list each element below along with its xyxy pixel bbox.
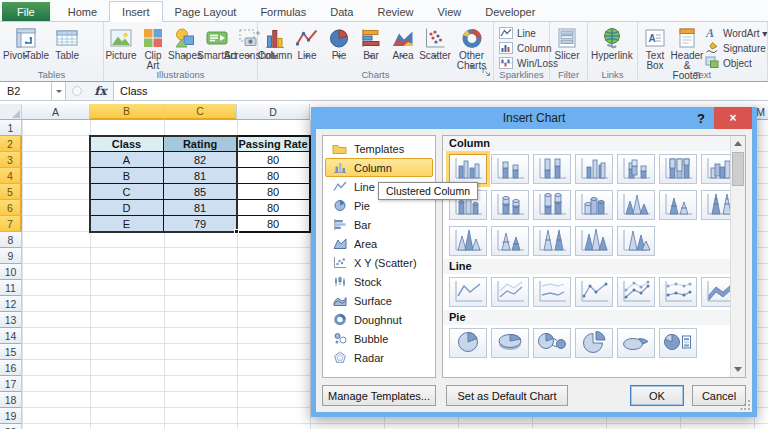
- cell-D4[interactable]: 80: [237, 168, 310, 184]
- chart-thumb-line100m[interactable]: [659, 277, 697, 307]
- chart-thumb-linem[interactable]: [575, 277, 613, 307]
- ribbon-button-text-box[interactable]: AText Box: [639, 24, 671, 71]
- row-header-13[interactable]: 13: [0, 312, 22, 328]
- dialog-titlebar[interactable]: Insert Chart ? ×: [316, 107, 752, 129]
- resize-grip-icon[interactable]: [740, 398, 752, 412]
- ribbon-button-area[interactable]: Area: [387, 24, 419, 66]
- chart-thumb-pyrs[interactable]: [491, 226, 529, 256]
- ok-button[interactable]: OK: [630, 385, 684, 406]
- ribbon-button-signature-line[interactable]: Signature Line ▾: [705, 41, 768, 56]
- chart-thumb-cols3[interactable]: [617, 154, 655, 184]
- help-button[interactable]: ?: [688, 111, 714, 126]
- close-button[interactable]: ×: [714, 107, 752, 129]
- ribbon-button-picture[interactable]: Picture: [105, 24, 137, 61]
- cancel-button[interactable]: Cancel: [692, 385, 746, 406]
- set-default-chart-button[interactable]: Set as Default Chart: [446, 385, 568, 406]
- row-header-12[interactable]: 12: [0, 296, 22, 312]
- chart-type-column[interactable]: Column: [325, 158, 433, 177]
- chart-type-radar[interactable]: Radar: [325, 348, 433, 367]
- cell-C7[interactable]: 79: [164, 216, 237, 232]
- row-header-6[interactable]: 6: [0, 200, 22, 216]
- ribbon-tab-developer[interactable]: Developer: [473, 2, 547, 21]
- manage-templates-button[interactable]: Manage Templates...: [322, 385, 436, 406]
- cell-B6[interactable]: D: [90, 200, 164, 216]
- insert-function-button[interactable]: fx: [88, 82, 114, 100]
- chart-thumb-col100[interactable]: [533, 154, 571, 184]
- row-header-20[interactable]: 20: [0, 424, 22, 429]
- ribbon-button-bar[interactable]: Bar: [355, 24, 387, 66]
- row-header-5[interactable]: 5: [0, 184, 22, 200]
- cell-D5[interactable]: 80: [237, 184, 310, 200]
- cell-C2[interactable]: Rating: [164, 136, 237, 152]
- ribbon-tab-data[interactable]: Data: [318, 2, 365, 21]
- row-header-1[interactable]: 1: [0, 120, 22, 136]
- row-header-9[interactable]: 9: [0, 248, 22, 264]
- chart-thumb-cones[interactable]: [659, 190, 697, 220]
- ribbon-tab-page-layout[interactable]: Page Layout: [163, 2, 249, 21]
- row-header-18[interactable]: 18: [0, 392, 22, 408]
- cell-D6[interactable]: 80: [237, 200, 310, 216]
- ribbon-button-pivottable[interactable]: PivotTable: [1, 24, 51, 66]
- cell-B5[interactable]: C: [90, 184, 164, 200]
- chart-type-doughnut[interactable]: Doughnut: [325, 310, 433, 329]
- chart-thumb-pyr3[interactable]: [575, 226, 613, 256]
- formula-input[interactable]: Class: [114, 82, 768, 100]
- chart-thumb-pie[interactable]: [449, 328, 487, 358]
- cell-D2[interactable]: Passing Rate: [237, 136, 310, 152]
- ribbon-tab-view[interactable]: View: [426, 2, 474, 21]
- cell-C6[interactable]: 81: [164, 200, 237, 216]
- chart-thumb-cyl100[interactable]: [533, 190, 571, 220]
- chart-thumb-pyrc[interactable]: [449, 226, 487, 256]
- ribbon-tab-home[interactable]: Home: [56, 2, 109, 21]
- ribbon-tab-review[interactable]: Review: [365, 2, 425, 21]
- ribbon-button-clip-art[interactable]: Clip Art: [137, 24, 169, 71]
- chart-thumb-pie3[interactable]: [491, 328, 529, 358]
- chart-type-templates[interactable]: Templates: [325, 139, 433, 158]
- column-header-C[interactable]: C: [164, 104, 237, 120]
- ribbon-button-column[interactable]: Column: [259, 24, 291, 66]
- ribbon-tab-insert[interactable]: Insert: [109, 1, 163, 22]
- chart-thumb-cols[interactable]: [491, 154, 529, 184]
- chart-type-stock[interactable]: Stock: [325, 272, 433, 291]
- row-header-15[interactable]: 15: [0, 344, 22, 360]
- column-header-A[interactable]: A: [22, 104, 90, 120]
- column-header-B[interactable]: B: [90, 104, 164, 120]
- chart-thumb-col1003[interactable]: [659, 154, 697, 184]
- dialog-launcher-icon[interactable]: [482, 67, 491, 79]
- gallery-scrollbar[interactable]: [730, 136, 745, 377]
- row-header-19[interactable]: 19: [0, 408, 22, 424]
- cell-B4[interactable]: B: [90, 168, 164, 184]
- row-header-2[interactable]: 2: [0, 136, 22, 152]
- row-header-14[interactable]: 14: [0, 328, 22, 344]
- column-header-D[interactable]: D: [237, 104, 310, 120]
- cell-D3[interactable]: 80: [237, 152, 310, 168]
- chart-thumb-conec[interactable]: [617, 190, 655, 220]
- chart-thumb-cyl3[interactable]: [575, 190, 613, 220]
- row-header-8[interactable]: 8: [0, 232, 22, 248]
- row-header-11[interactable]: 11: [0, 280, 22, 296]
- fill-handle[interactable]: [234, 229, 239, 234]
- row-header-16[interactable]: 16: [0, 360, 22, 376]
- ribbon-button-hyperlink[interactable]: Hyperlink: [589, 24, 635, 61]
- chart-thumb-pyr100[interactable]: [533, 226, 571, 256]
- chart-thumb-linep[interactable]: [449, 277, 487, 307]
- ribbon-tab-file[interactable]: File: [2, 2, 50, 21]
- cell-C5[interactable]: 85: [164, 184, 237, 200]
- row-header-17[interactable]: 17: [0, 376, 22, 392]
- chart-thumb-barpie[interactable]: [659, 328, 697, 358]
- chart-thumb-pieexp[interactable]: [575, 328, 613, 358]
- chart-type-bar[interactable]: Bar: [325, 215, 433, 234]
- chart-thumb-line100[interactable]: [533, 277, 571, 307]
- ribbon-button-wordart[interactable]: AWordArt ▾: [705, 26, 768, 41]
- row-header-3[interactable]: 3: [0, 152, 22, 168]
- cell-B7[interactable]: E: [90, 216, 164, 232]
- chart-type-bubble[interactable]: Bubble: [325, 329, 433, 348]
- row-header-4[interactable]: 4: [0, 168, 22, 184]
- ribbon-button-table[interactable]: Table: [51, 24, 83, 61]
- chart-type-x-y-scatter-[interactable]: X Y (Scatter): [325, 253, 433, 272]
- scroll-up-icon[interactable]: [731, 136, 745, 151]
- chart-thumb-cyls[interactable]: [491, 190, 529, 220]
- chart-thumb-colc3[interactable]: [575, 154, 613, 184]
- ribbon-button-pie[interactable]: Pie: [323, 24, 355, 66]
- row-header-7[interactable]: 7: [0, 216, 22, 232]
